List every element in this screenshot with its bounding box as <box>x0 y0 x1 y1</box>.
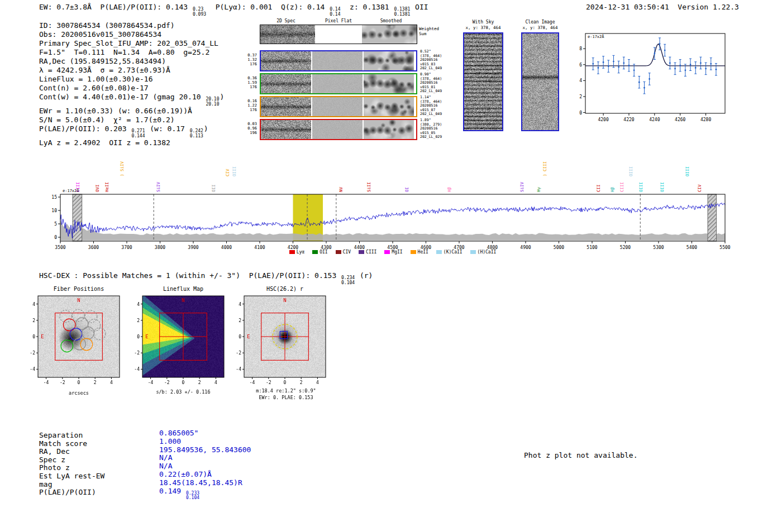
row-stat: 0.03 <box>244 122 257 126</box>
match-value: N/A <box>159 453 251 462</box>
text-segment: λ = 4242.93Å σ = 2.73(±0.93)Å <box>39 66 170 74</box>
info-line: RA,Dec (195.849152,55.843494) <box>39 57 224 66</box>
legend-label: (K)CaII <box>444 250 462 255</box>
legend-item: (H)CaII <box>470 250 497 255</box>
fiber-circle <box>93 328 106 340</box>
masked-region <box>73 194 82 241</box>
stacked-fraction: 0.2420.113 <box>190 129 203 138</box>
stacked-fraction: 0.2330.104 <box>186 491 199 501</box>
data-point <box>654 52 655 54</box>
text-segment: Obs: 20200516v015_3007864534 <box>39 30 161 39</box>
photz-note: Phot z plot not available. <box>524 451 638 460</box>
smoothed-row-image <box>364 120 414 139</box>
y-tick-label: 15 <box>51 195 57 200</box>
line-id-label: CIV <box>225 169 230 176</box>
data-point <box>643 87 645 89</box>
match-value: 0.149 0.2330.104 <box>159 487 251 495</box>
x-tick-label: 4220 <box>623 117 634 122</box>
detection-info-block: ID: 3007864534 (3007864534.pdf)Obs: 2020… <box>39 21 224 147</box>
legend-label: CIII <box>366 250 376 255</box>
line-id-label: ) CIII <box>542 161 547 176</box>
text-segment: S/N = 5.0(±0.4) χ² = 1.7(±0.2) <box>39 116 175 124</box>
line-id-label: Hβ <box>610 186 615 192</box>
data-point <box>679 65 681 66</box>
line-id-label: Hγ <box>536 186 541 192</box>
legend-item: HeII <box>411 250 428 255</box>
legend-swatch <box>436 250 442 254</box>
match-label: RA, Dec <box>39 447 104 456</box>
line-id-label: OVI <box>95 184 100 192</box>
info-line: LineFlux = 1.00(±0.30)e-16 <box>39 75 224 84</box>
text-segment: 195.849536, 55.843600 <box>159 445 251 454</box>
match-value: 1.000 <box>159 437 251 445</box>
y-tick-label: 2 <box>239 318 241 323</box>
x-tick-label: -2 <box>266 380 271 385</box>
row-left-stats: 0.361.59176 <box>244 76 257 89</box>
text-segment: 0.22(±0.07)Å <box>159 470 212 478</box>
catalog-object-box <box>280 332 287 339</box>
row-annotation: 0.52"(378, 464)20200516v015_03202_LL_049 <box>420 50 442 71</box>
with-sky-title: With Sky <box>457 20 509 25</box>
row-stat: 0.37 <box>244 53 257 57</box>
data-point <box>674 68 676 70</box>
fiber-circle <box>80 338 93 351</box>
legend-label: MgII <box>392 250 402 255</box>
text-segment: OII <box>411 3 428 11</box>
fiber-xlabel: arcsecs <box>38 390 120 396</box>
data-point <box>603 61 604 63</box>
legend-swatch <box>336 250 341 254</box>
data-point <box>628 65 630 66</box>
smoothed-row-image <box>364 51 414 70</box>
match-label: Separation <box>39 431 104 439</box>
spec2d-row-image <box>261 97 311 116</box>
stacked-fraction: 0.13810.1381 <box>394 7 410 17</box>
compass-east-label: E <box>145 334 148 339</box>
spectrum-legend: LyαOIICIVCIIIMgIIHeII(K)CaII(H)CaII <box>60 250 725 255</box>
line-id-label: CIII <box>619 182 624 192</box>
spectrum-ylabel: e-17x2Å <box>63 189 79 193</box>
compass-east-label: E <box>41 334 44 339</box>
data-point <box>598 67 599 69</box>
line-id-label: SiIV <box>519 181 524 192</box>
lineflux-caption: s/b: 2.03 +/- 0.116 <box>142 389 224 395</box>
legend-swatch <box>312 250 318 254</box>
row-annotation-line: 202_LL_049 <box>420 66 442 71</box>
pixel-flat-image <box>312 51 363 70</box>
lineflux-map-plot: -4-4-2-2002244NE <box>123 287 241 390</box>
info-line: Obs: 20200516v015_3007864534 <box>39 30 224 39</box>
axes-box <box>585 33 725 113</box>
y-tick-label: -2 <box>30 351 35 356</box>
x-tick-label: 4260 <box>675 117 685 122</box>
text-segment: P(LAE)/P(OII): 0.203 <box>39 124 131 133</box>
text-segment: 0.865005" <box>159 429 198 437</box>
data-point <box>690 64 692 65</box>
row-annotation-line: 202_LL_049 <box>420 112 442 117</box>
row-stat: 0.16 <box>244 99 257 103</box>
line-id-label: CII <box>596 184 601 192</box>
x-tick-label: 0 <box>182 380 185 385</box>
fiber-circle <box>74 338 86 350</box>
info-line: Primary Spec_Slot_IFU_AMP: 202_035_074_L… <box>39 39 224 48</box>
text-segment: Primary Spec_Slot_IFU_AMP: 202_035_074_L… <box>39 39 218 47</box>
data-point <box>705 68 707 70</box>
x-tick-label: -2 <box>60 380 65 385</box>
text-segment: LyA z = 2.4902 OII z = 0.1382 <box>39 138 170 147</box>
y-tick-label: 10 <box>51 208 57 213</box>
data-point <box>633 69 635 71</box>
fiber-circle <box>70 328 82 341</box>
extraction-box <box>55 313 103 361</box>
line-id-label: OIII <box>685 166 690 176</box>
zoom-ylabel: e-17x2Å <box>588 35 604 39</box>
compass-north-label: N <box>77 298 80 303</box>
x-tick-label: 4 <box>316 380 319 385</box>
summary-header: EW: 0.7±3.8Å P(LAE)/P(OII): 0.143 0.230.… <box>39 3 428 17</box>
full-spectrum-plot: 3500360037003800390040004100420043004400… <box>49 146 731 258</box>
y-tick-label: -4 <box>30 367 35 372</box>
y-tick-label: -2 <box>134 351 140 356</box>
spec2d-smoothed-image <box>362 25 417 44</box>
data-point <box>638 82 640 83</box>
row-left-stats: 0.371.32176 <box>244 53 257 66</box>
pixel-flat-image <box>312 97 363 116</box>
legend-label: OII <box>320 250 327 255</box>
y-tick-label: 6 <box>579 63 582 68</box>
